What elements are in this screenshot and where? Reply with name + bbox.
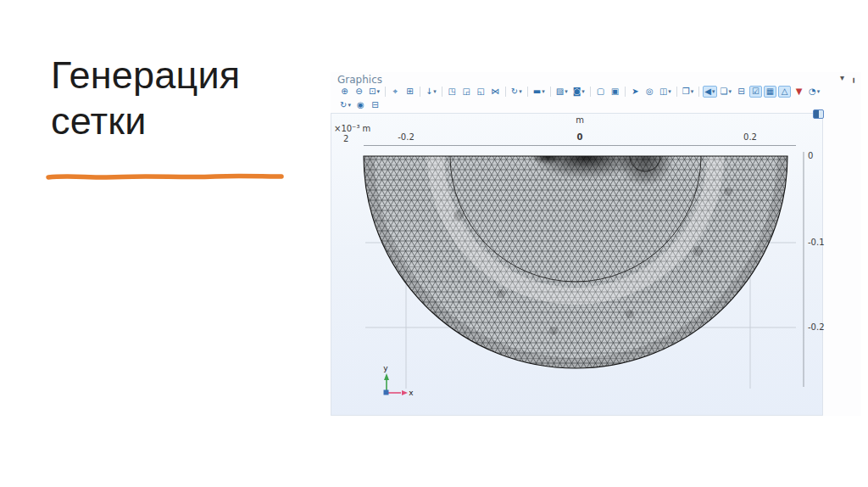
sync-button[interactable]: ↻▾ bbox=[338, 99, 353, 111]
triad-y-label: y bbox=[383, 364, 388, 372]
mesh-plot: y x bbox=[331, 114, 824, 417]
toolbar-separator bbox=[505, 87, 506, 97]
copy-image-button[interactable]: ❐▾ bbox=[681, 86, 695, 98]
alert-toggle-button[interactable]: △ bbox=[778, 86, 791, 98]
plot-toggle-button[interactable]: ☑ bbox=[749, 86, 762, 98]
dropdown-caret-icon: ▾ bbox=[581, 88, 585, 95]
fit-window-button[interactable]: ⊞ bbox=[403, 86, 416, 98]
origin-square-icon bbox=[384, 390, 389, 395]
dropdown-caret-icon: ▾ bbox=[817, 88, 821, 95]
rotate-button[interactable]: ↻▾ bbox=[509, 86, 524, 98]
go-to-view-button[interactable]: ↓▾ bbox=[424, 86, 438, 98]
pointer-select-icon: ➤ bbox=[632, 87, 638, 96]
help-menu-icon: ◔ bbox=[809, 87, 816, 96]
zoom-out-icon: ⊖ bbox=[355, 87, 362, 96]
view-options-icon: ◫ bbox=[659, 87, 667, 96]
zoom-extents-icon: ⌖ bbox=[393, 87, 398, 96]
zoom-in-button[interactable]: ⊕ bbox=[338, 86, 351, 98]
y-arrow-icon bbox=[384, 373, 389, 380]
y-axis-tick-label: 0 bbox=[808, 151, 813, 160]
toolbar-separator bbox=[527, 87, 528, 97]
help-menu-button[interactable]: ◔▾ bbox=[807, 86, 821, 98]
plot-toggle-icon: ☑ bbox=[752, 87, 760, 96]
view-yz-button[interactable]: ◲ bbox=[460, 86, 473, 98]
environment-button[interactable]: ◙▾ bbox=[571, 86, 587, 98]
zoom-in-icon: ⊕ bbox=[341, 87, 348, 96]
rotate-icon: ↻ bbox=[511, 87, 518, 96]
toolbar-separator bbox=[420, 87, 420, 97]
y-axis-tick-label: -0.2 bbox=[808, 322, 825, 332]
plot-window-mini-icon[interactable] bbox=[813, 109, 824, 119]
zoom-out-button[interactable]: ⊖ bbox=[353, 86, 365, 98]
x-arrow-icon bbox=[402, 390, 408, 395]
zoom-box-button[interactable]: ⊡▾ bbox=[367, 86, 381, 98]
toolbar-separator bbox=[550, 87, 551, 97]
toolbar-separator bbox=[676, 87, 677, 97]
copy-image-icon: ❐ bbox=[682, 87, 690, 96]
view-zx-icon: ◱ bbox=[477, 87, 485, 96]
image-effects-icon: ▨ bbox=[556, 87, 564, 96]
table-toggle-icon: ▦ bbox=[766, 87, 774, 96]
view-xy-button[interactable]: ◳ bbox=[446, 86, 459, 98]
mesh-refined-small-circle bbox=[616, 129, 674, 187]
select-box-icon: ▢ bbox=[597, 87, 604, 96]
view-yz-icon: ◲ bbox=[463, 87, 470, 96]
mirror-view-button[interactable]: ⋈ bbox=[489, 86, 502, 98]
thumbnail-icon: ⊟ bbox=[737, 87, 744, 96]
graphics-panel-title: Graphics bbox=[337, 74, 382, 86]
dropdown-caret-icon: ▾ bbox=[712, 88, 715, 95]
print-button[interactable]: ⊟ bbox=[369, 99, 381, 111]
slide-title: Генерация сетки bbox=[51, 53, 314, 144]
zoom-selected-icon: ◎ bbox=[646, 87, 654, 96]
x-axis-tick-label: -0.2 bbox=[398, 132, 415, 142]
dropdown-caret-icon: ▾ bbox=[348, 102, 351, 109]
scene-light-icon: ▬ bbox=[533, 87, 541, 96]
snapshot-camera-icon: ◉ bbox=[357, 101, 364, 109]
toolbar-row-1: ⊕⊖⊡▾⌖⊞↓▾◳◲◱⋈↻▾▬▾▨▾◙▾▢▣➤◎◫▾❐▾◀▾❏▾⊟☑▦△▼◔▾ bbox=[337, 85, 856, 98]
clear-plot-icon: ▼ bbox=[796, 87, 803, 96]
deselect-box-icon: ▣ bbox=[611, 87, 619, 96]
table-toggle-button[interactable]: ▦ bbox=[764, 86, 776, 98]
select-box-button[interactable]: ▢ bbox=[594, 86, 607, 98]
thumbnail-button[interactable]: ⊟ bbox=[735, 86, 748, 98]
triad-x-label: x bbox=[409, 389, 414, 397]
dropdown-caret-icon: ▾ bbox=[542, 88, 545, 95]
window-control-button[interactable]: ❏▾ bbox=[719, 86, 733, 98]
view-options-button[interactable]: ◫▾ bbox=[658, 86, 673, 98]
dropdown-caret-icon: ▾ bbox=[729, 88, 732, 95]
panel-menu-caret-icon[interactable]: ▾ bbox=[840, 73, 844, 82]
graphics-panel: Graphics ▾ ╻ ⊕⊖⊡▾⌖⊞↓▾◳◲◱⋈↻▾▬▾▨▾◙▾▢▣➤◎◫▾❐… bbox=[331, 72, 861, 416]
print-icon: ⊟ bbox=[371, 101, 378, 109]
x-axis-tick-label: 0 bbox=[577, 132, 583, 142]
plot-control-icon: ◀ bbox=[704, 87, 711, 96]
dropdown-caret-icon: ▾ bbox=[376, 88, 380, 95]
zoom-selected-button[interactable]: ◎ bbox=[643, 86, 656, 98]
dropdown-caret-icon: ▾ bbox=[433, 88, 437, 95]
fit-window-icon: ⊞ bbox=[406, 87, 413, 96]
view-xy-icon: ◳ bbox=[448, 87, 456, 96]
dropdown-caret-icon: ▾ bbox=[519, 88, 522, 95]
toolbar-separator bbox=[385, 87, 386, 97]
graphics-header: Graphics ▾ ╻ bbox=[331, 72, 861, 85]
dropdown-caret-icon: ▾ bbox=[668, 88, 671, 95]
plot-control-button[interactable]: ◀▾ bbox=[703, 86, 716, 98]
plot-canvas[interactable]: m ×10⁻³ m 2 bbox=[331, 113, 823, 416]
dropdown-caret-icon: ▾ bbox=[691, 88, 694, 95]
scene-light-button[interactable]: ▬▾ bbox=[531, 86, 547, 98]
pin-icon[interactable]: ╻ bbox=[851, 73, 856, 82]
snapshot-camera-button[interactable]: ◉ bbox=[354, 99, 367, 111]
zoom-extents-button[interactable]: ⌖ bbox=[389, 86, 402, 98]
go-to-view-icon: ↓ bbox=[426, 87, 432, 96]
title-underline bbox=[46, 171, 285, 182]
clear-plot-button[interactable]: ▼ bbox=[793, 86, 805, 98]
pointer-select-button[interactable]: ➤ bbox=[629, 86, 642, 98]
deselect-box-button[interactable]: ▣ bbox=[609, 86, 621, 98]
view-zx-button[interactable]: ◱ bbox=[475, 86, 487, 98]
y-axis-tick-label: -0.1 bbox=[808, 238, 825, 247]
window-control-icon: ❏ bbox=[721, 87, 728, 96]
toolbar-separator bbox=[625, 87, 626, 97]
toolbar-separator bbox=[698, 87, 699, 97]
image-effects-button[interactable]: ▨▾ bbox=[554, 86, 570, 98]
toolbar-separator bbox=[590, 87, 591, 97]
graphics-toolbar: ⊕⊖⊡▾⌖⊞↓▾◳◲◱⋈↻▾▬▾▨▾◙▾▢▣➤◎◫▾❐▾◀▾❏▾⊟☑▦△▼◔▾ … bbox=[337, 85, 856, 112]
